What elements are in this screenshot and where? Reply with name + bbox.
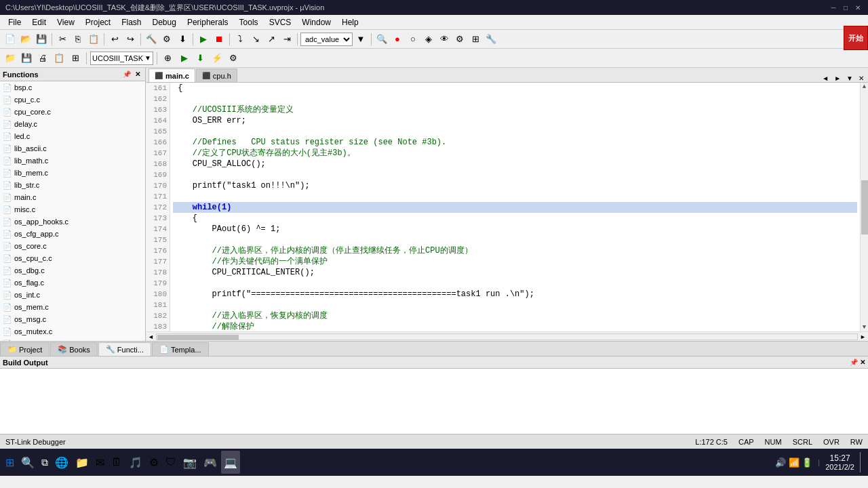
close-btn[interactable]: ✕ — [853, 3, 863, 12]
edge-btn[interactable]: 🌐 — [52, 451, 71, 474]
tb2-load2-btn[interactable]: ⬇ — [193, 51, 208, 66]
code-scrollbar[interactable]: ▲ ▼ — [860, 83, 868, 331]
menu-project[interactable]: Project — [80, 16, 116, 28]
undo-btn[interactable]: ↩ — [107, 32, 122, 47]
save-btn[interactable]: 💾 — [34, 32, 49, 47]
file-item-os_mutex-c[interactable]: 📄 os_mutex.c — [0, 325, 145, 338]
task-view-btn[interactable]: ⧉ — [39, 451, 51, 474]
mail-btn[interactable]: ✉ — [93, 451, 107, 474]
tb2-grid-btn[interactable]: ⊞ — [68, 51, 83, 66]
debug2-btn[interactable]: ◈ — [421, 32, 436, 47]
menu-debug[interactable]: Debug — [147, 16, 182, 28]
start-btn[interactable]: ⊞ — [3, 451, 17, 474]
save-all-btn[interactable]: 💾 — [19, 51, 34, 66]
file-item-cpu_core-c[interactable]: 📄 cpu_core.c — [0, 106, 145, 118]
minimize-btn[interactable]: ─ — [829, 3, 838, 12]
file-item-os_core-c[interactable]: 📄 os_core.c — [0, 240, 145, 252]
file-item-cpu_c-c[interactable]: 📄 cpu_c.c — [0, 94, 145, 106]
app6-btn[interactable]: 🎮 — [201, 451, 220, 474]
paste-btn[interactable]: 📋 — [86, 32, 101, 47]
tb2-build2-btn[interactable]: ▶ — [177, 51, 192, 66]
extra-start-btn[interactable]: 开始 — [844, 26, 868, 50]
menu-svcs[interactable]: SVCS — [264, 16, 297, 28]
new-file-btn[interactable]: 📄 — [3, 32, 18, 47]
settings-btn[interactable]: ⚙ — [452, 32, 467, 47]
file-item-lib_ascii-c[interactable]: 📄 lib_ascii.c — [0, 142, 145, 155]
menu-edit[interactable]: Edit — [26, 16, 52, 28]
target-combo[interactable]: adc_value — [300, 33, 353, 46]
tb2-debug3-btn[interactable]: ⚡ — [210, 51, 224, 66]
stop-btn[interactable]: ⏹ — [212, 32, 226, 47]
file-item-os_pend_multi-c[interactable]: 📄 os_pend_multi.c — [0, 338, 145, 341]
build-output-close[interactable]: ✕ — [860, 359, 865, 366]
menu-help[interactable]: Help — [336, 16, 364, 28]
functions-pin-btn[interactable]: 📌 — [122, 70, 132, 79]
file-item-lib_mem-c[interactable]: 📄 lib_mem.c — [0, 167, 145, 179]
load-btn[interactable]: ⬇ — [175, 32, 190, 47]
file-item-main-c[interactable]: 📄 main.c — [0, 191, 145, 203]
run-to-cursor-btn[interactable]: ⇥ — [279, 32, 294, 47]
horizontal-scrollbar[interactable]: ◄ ► — [146, 331, 868, 341]
uvision-taskbar-btn[interactable]: 💻 — [221, 451, 240, 474]
project-target-combo[interactable]: UCOSIII_TASK ▼ — [90, 52, 153, 65]
tab-functions[interactable]: 🔧 Functi... — [98, 342, 151, 356]
tab-scroll-left[interactable]: ◄ — [819, 75, 831, 82]
rebuild-btn[interactable]: ⚙ — [159, 32, 174, 47]
print-btn[interactable]: 🖨 — [35, 51, 50, 66]
menu-window[interactable]: Window — [296, 16, 336, 28]
scroll-up[interactable]: ▲ — [862, 83, 867, 91]
code-content[interactable]: { //UCOSIII系统的变量定义 OS_ERR err; //Defines… — [170, 83, 860, 331]
file-item-delay-c[interactable]: 📄 delay.c — [0, 118, 145, 130]
file-item-os_int-c[interactable]: 📄 os_int.c — [0, 289, 145, 301]
expand-btn[interactable]: ⊕ — [161, 51, 176, 66]
tb2-btn3[interactable]: 📋 — [52, 51, 66, 66]
folder-btn[interactable]: 📁 — [3, 51, 18, 66]
tab-main-c[interactable]: ⬛ main.c — [149, 68, 195, 82]
file-item-os_app_hooks-c[interactable]: 📄 os_app_hooks.c — [0, 216, 145, 228]
clear-breakpoints-btn[interactable]: ○ — [406, 32, 420, 47]
file-item-lib_str-c[interactable]: 📄 lib_str.c — [0, 179, 145, 191]
tab-cpu-h[interactable]: ⬛ cpu.h — [196, 68, 237, 82]
hscroll-left[interactable]: ◄ — [146, 333, 156, 340]
app5-btn[interactable]: 📷 — [180, 451, 199, 474]
cut-btn[interactable]: ✂ — [55, 32, 70, 47]
tab-templates[interactable]: 📄 Templa... — [152, 342, 209, 356]
explorer-btn[interactable]: 📁 — [73, 451, 92, 474]
tab-project[interactable]: 📁 Project — [0, 342, 50, 356]
menu-peripherals[interactable]: Peripherals — [182, 16, 234, 28]
file-item-os_cfg_app-c[interactable]: 📄 os_cfg_app.c — [0, 228, 145, 240]
combo-arrow[interactable]: ▼ — [353, 32, 368, 47]
search-taskbar-btn[interactable]: 🔍 — [18, 451, 37, 474]
hscroll-thumb[interactable] — [157, 335, 239, 340]
tool-btn[interactable]: 🔧 — [484, 32, 498, 47]
file-item-os_cpu_c-c[interactable]: 📄 os_cpu_c.c — [0, 252, 145, 264]
app4-btn[interactable]: 🛡 — [163, 451, 179, 474]
watch-btn[interactable]: 👁 — [437, 32, 452, 47]
file-item-lib_math-c[interactable]: 📄 lib_math.c — [0, 155, 145, 167]
build-btn[interactable]: 🔨 — [144, 32, 159, 47]
file-item-os_dbg-c[interactable]: 📄 os_dbg.c — [0, 264, 145, 277]
file-item-os_mem-c[interactable]: 📄 os_mem.c — [0, 301, 145, 313]
app3-btn[interactable]: ⚙ — [146, 451, 161, 474]
app1-btn[interactable]: 🗓 — [108, 451, 125, 474]
redo-btn[interactable]: ↪ — [123, 32, 138, 47]
run-btn[interactable]: ▶ — [196, 32, 211, 47]
step-over-btn[interactable]: ⤵ — [233, 32, 248, 47]
menu-tools[interactable]: Tools — [234, 16, 264, 28]
windows-btn[interactable]: ⊞ — [468, 32, 483, 47]
functions-close-btn[interactable]: ✕ — [133, 70, 142, 79]
menu-flash[interactable]: Flash — [116, 16, 146, 28]
tab-books[interactable]: 📚 Books — [50, 342, 98, 356]
tab-dropdown[interactable]: ▼ — [844, 75, 856, 82]
app2-btn[interactable]: 🎵 — [126, 451, 145, 474]
menu-file[interactable]: File — [3, 16, 26, 28]
build-output-pin[interactable]: 📌 — [850, 359, 858, 366]
search-btn[interactable]: 🔍 — [374, 32, 389, 47]
copy-btn[interactable]: ⎘ — [71, 32, 85, 47]
open-btn[interactable]: 📂 — [18, 32, 33, 47]
clock[interactable]: 15:27 2021/2/2 — [825, 453, 854, 471]
file-item-os_msg-c[interactable]: 📄 os_msg.c — [0, 313, 145, 325]
scroll-thumb[interactable] — [861, 180, 868, 235]
tb2-settings2-btn[interactable]: ⚙ — [226, 51, 241, 66]
maximize-btn[interactable]: □ — [841, 3, 850, 12]
